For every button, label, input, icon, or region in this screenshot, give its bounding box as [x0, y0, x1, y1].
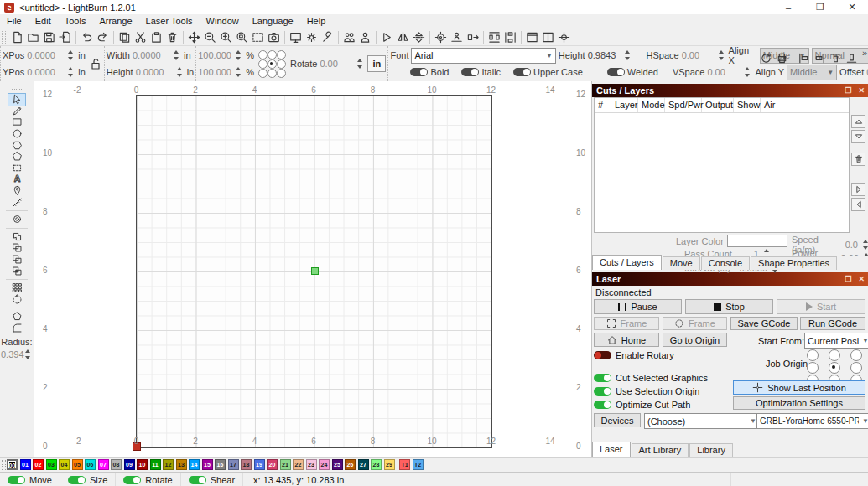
anchor-radio-4[interactable]: [268, 59, 277, 69]
home-button[interactable]: Home: [594, 333, 659, 347]
palette-color-16[interactable]: 16: [215, 459, 226, 470]
menu-help[interactable]: Help: [300, 15, 333, 27]
palette-color-10[interactable]: 10: [137, 459, 148, 470]
ellipse-tool[interactable]: [8, 128, 25, 140]
distribute-horizontal-icon[interactable]: [486, 29, 502, 45]
palette-color-08[interactable]: 08: [111, 459, 122, 470]
palette-color-29[interactable]: 29: [384, 459, 395, 470]
group-icon[interactable]: [341, 29, 357, 45]
anchor-radio-6[interactable]: [258, 69, 268, 78]
tab-art-library[interactable]: Art Library: [632, 443, 689, 457]
shear-mode-toggle[interactable]: Shear: [181, 473, 243, 486]
rotate-mode-toggle[interactable]: Rotate: [116, 473, 180, 486]
tab-laser[interactable]: Laser: [592, 442, 631, 457]
restore-button[interactable]: ❐: [804, 0, 836, 14]
layers-column-mode[interactable]: Mode: [638, 98, 665, 112]
menu-window[interactable]: Window: [200, 15, 246, 27]
ypos-spinner[interactable]: [66, 66, 75, 78]
palette-color-11[interactable]: 11: [150, 459, 161, 470]
use-selection-origin-switch[interactable]: [594, 387, 611, 396]
close-button[interactable]: ✕: [836, 0, 868, 14]
job-origin-radio-1[interactable]: [829, 349, 840, 361]
palette-color-28[interactable]: 28: [371, 459, 382, 470]
redo-icon[interactable]: [95, 29, 111, 45]
palette-color-07[interactable]: 07: [98, 459, 109, 470]
layer-forward-button[interactable]: [851, 183, 865, 196]
palette-color-09[interactable]: 09: [124, 459, 135, 470]
use-selection-origin-toggle[interactable]: Use Selection Origin: [594, 386, 699, 396]
palette-color-19[interactable]: 19: [254, 459, 265, 470]
radius-field[interactable]: 0.394: [1, 349, 23, 359]
height-percent-field[interactable]: 100.000: [198, 67, 231, 77]
vspace-spinner[interactable]: [743, 66, 752, 78]
optimize-cut-path-switch[interactable]: [594, 401, 611, 409]
work-area-grid[interactable]: [136, 95, 492, 448]
tab-shape-properties[interactable]: Shape Properties: [751, 256, 837, 270]
ungroup-icon[interactable]: [357, 29, 373, 45]
start-from-select[interactable]: Current Position▼: [804, 333, 868, 349]
shape-tool[interactable]: [8, 151, 25, 163]
palette-color-06[interactable]: 06: [85, 459, 96, 470]
palette-color-05[interactable]: 05: [72, 459, 83, 470]
tab-console[interactable]: Console: [701, 256, 750, 270]
zoom-page-icon[interactable]: [234, 29, 250, 45]
close-panel-icon[interactable]: ✕: [858, 87, 865, 95]
zoom-out-icon[interactable]: [202, 29, 218, 45]
job-origin-grid[interactable]: [807, 349, 860, 385]
palette-color-00[interactable]: 00: [7, 459, 18, 470]
anchor-point-grid[interactable]: [256, 50, 288, 77]
font-select[interactable]: Arial▼: [411, 48, 555, 64]
palette-color-13[interactable]: 13: [176, 459, 187, 470]
frame-rect-button[interactable]: Frame: [594, 317, 659, 330]
dock-windows-icon[interactable]: [524, 29, 540, 45]
optimize-cut-path-toggle[interactable]: Optimize Cut Path: [594, 400, 690, 410]
anchor-radio-7[interactable]: [268, 69, 277, 78]
menu-edit[interactable]: Edit: [29, 15, 58, 27]
radius-corner-tool[interactable]: [8, 323, 25, 334]
palette-color-15[interactable]: 15: [202, 459, 213, 470]
align-end-icon[interactable]: [812, 50, 828, 66]
mirror-icon[interactable]: [411, 29, 427, 45]
text-tool[interactable]: A: [8, 173, 25, 185]
ypos-field[interactable]: 0.0000: [27, 67, 64, 77]
layers-column-output[interactable]: Output: [702, 98, 734, 112]
anchor-radio-2[interactable]: [277, 50, 286, 59]
stop-button[interactable]: Stop: [685, 299, 773, 314]
palette-color-20[interactable]: 20: [267, 459, 278, 470]
italic-toggle[interactable]: [461, 68, 479, 76]
palette-color-01[interactable]: 01: [20, 459, 31, 470]
vspace-field[interactable]: 0.00: [707, 67, 741, 77]
height-percent-spinner[interactable]: [234, 66, 243, 78]
print-icon[interactable]: [774, 50, 790, 66]
move-switch[interactable]: [8, 476, 25, 484]
offset-tool[interactable]: [8, 214, 25, 225]
menu-tools[interactable]: Tools: [58, 15, 93, 27]
weld-tool[interactable]: [8, 231, 25, 243]
aligny-select[interactable]: Middle▼: [787, 65, 837, 80]
cut-selected-graphics-toggle[interactable]: Cut Selected Graphics: [594, 373, 708, 383]
camera-icon[interactable]: [266, 29, 282, 45]
anchor-radio-1[interactable]: [268, 50, 277, 59]
cuts-layers-titlebar[interactable]: Cuts / Layers ❐ ✕: [592, 84, 868, 97]
xpos-field[interactable]: 0.0000: [27, 50, 64, 60]
palette-color-26[interactable]: 26: [345, 459, 356, 470]
show-last-position-button[interactable]: Show Last Position: [733, 380, 865, 395]
window-layout-icon[interactable]: [540, 29, 556, 45]
distribute-vertical-icon[interactable]: [502, 29, 518, 45]
welded-toggle[interactable]: [607, 68, 625, 76]
import-icon[interactable]: [57, 29, 73, 45]
layers-column--[interactable]: #: [595, 98, 611, 112]
hspace-field[interactable]: 0.00: [682, 50, 715, 60]
palette-color-22[interactable]: 22: [293, 459, 304, 470]
palette-color-T1[interactable]: T1: [399, 459, 410, 470]
cut-selected-switch[interactable]: [594, 374, 611, 382]
circular-array-tool[interactable]: [8, 294, 25, 306]
palette-drag-handle[interactable]: [2, 460, 6, 470]
minimize-button[interactable]: –: [772, 0, 804, 14]
zoom-in-icon[interactable]: [218, 29, 234, 45]
anchor-radio-8[interactable]: [277, 69, 286, 78]
align-bottom-icon[interactable]: [844, 50, 860, 66]
align-start-icon[interactable]: [796, 50, 812, 66]
palette-color-T2[interactable]: T2: [413, 459, 424, 470]
menu-language[interactable]: Language: [246, 15, 300, 27]
